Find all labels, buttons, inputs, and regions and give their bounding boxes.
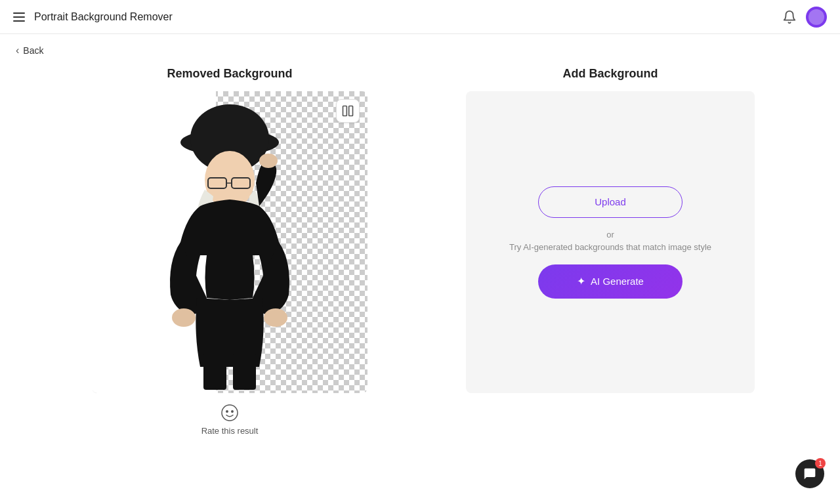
removed-background-title: Removed Background xyxy=(167,67,292,81)
compare-button[interactable] xyxy=(336,99,360,123)
ai-generate-button[interactable]: ✦ AI Generate xyxy=(538,264,682,299)
back-bar: ‹ Back xyxy=(0,34,840,67)
svg-point-14 xyxy=(226,411,228,412)
svg-rect-8 xyxy=(203,354,226,390)
right-panel: Add Background Upload or Try AI-generate… xyxy=(433,67,788,503)
hamburger-icon[interactable] xyxy=(13,12,25,22)
ai-sparkle-icon: ✦ xyxy=(577,275,585,287)
add-background-area: Upload or Try AI-generated backgrounds t… xyxy=(466,91,755,393)
removed-bg-image xyxy=(92,91,368,393)
app-title: Portrait Background Remover xyxy=(34,11,173,23)
smiley-icon[interactable] xyxy=(220,404,239,422)
svg-point-13 xyxy=(222,405,238,421)
ai-generate-label: AI Generate xyxy=(591,276,644,287)
rating-section: Rate this result xyxy=(201,404,259,436)
upload-button[interactable]: Upload xyxy=(538,186,682,218)
svg-rect-9 xyxy=(233,354,256,390)
or-text: or xyxy=(509,228,711,242)
person-figure xyxy=(135,104,325,393)
chat-bubble-button[interactable]: 1 xyxy=(795,459,824,488)
or-section: or Try AI-generated backgrounds that mat… xyxy=(509,228,711,254)
app-header: Portrait Background Remover xyxy=(0,0,840,34)
avatar-inner xyxy=(808,9,824,25)
header-left: Portrait Background Remover xyxy=(13,11,173,23)
svg-point-15 xyxy=(232,411,233,412)
left-panel: Removed Background xyxy=(52,67,407,503)
main-content: Removed Background xyxy=(0,67,840,503)
svg-rect-12 xyxy=(349,106,353,116)
header-right xyxy=(782,7,827,28)
svg-point-10 xyxy=(259,154,278,168)
rate-result-label: Rate this result xyxy=(201,426,259,436)
add-background-title: Add Background xyxy=(562,67,658,81)
svg-point-7 xyxy=(264,308,287,327)
notification-bell-icon[interactable] xyxy=(782,10,797,24)
svg-rect-11 xyxy=(343,106,347,116)
chat-badge: 1 xyxy=(815,458,826,469)
back-button[interactable]: Back xyxy=(23,45,43,56)
ai-hint-text: Try AI-generated backgrounds that match … xyxy=(509,241,711,254)
back-chevron-icon[interactable]: ‹ xyxy=(16,45,19,56)
svg-point-6 xyxy=(172,308,196,327)
avatar[interactable] xyxy=(806,7,827,28)
